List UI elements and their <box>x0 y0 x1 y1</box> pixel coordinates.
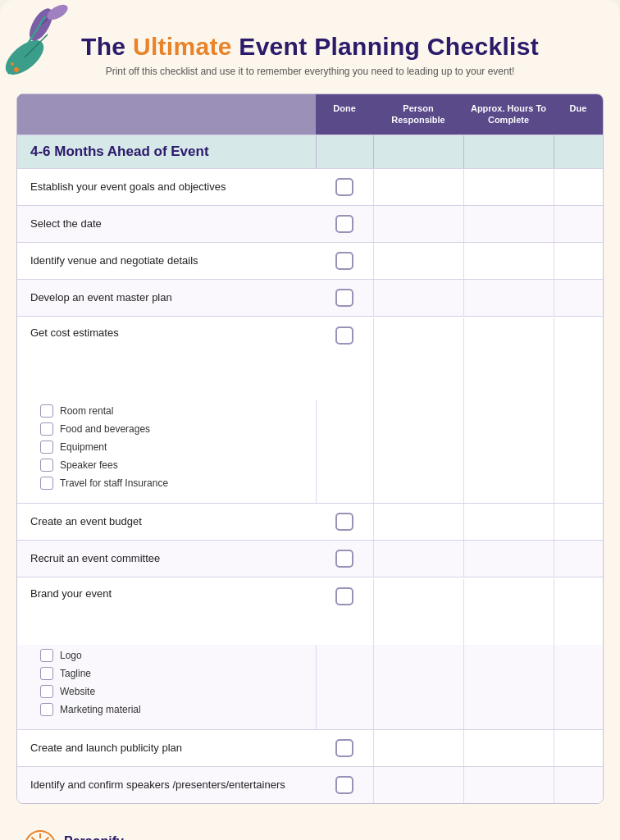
checkbox-9[interactable] <box>335 739 353 757</box>
hours-3 <box>463 243 554 279</box>
hours-2 <box>463 206 554 242</box>
subtask-8-1: Logo <box>17 646 316 664</box>
hours-5 <box>463 318 554 400</box>
person-4 <box>373 280 463 316</box>
footer: Personify WildApricot The Ultimate Event… <box>0 820 620 840</box>
table-row: Create an event budget <box>17 503 603 540</box>
check-8[interactable] <box>316 579 373 614</box>
footer-brand: Personify WildApricot <box>25 830 124 840</box>
hours-8 <box>463 579 554 645</box>
table-row: Get cost estimates <box>17 316 603 400</box>
table-row: Identify and confirm speakers /presenter… <box>17 766 603 803</box>
col-task <box>17 94 316 135</box>
task-4: Develop an event master plan <box>17 283 316 312</box>
subtask-group-8: Logo Tagline Website Marketing material <box>17 645 603 729</box>
checkbox-4[interactable] <box>335 289 353 307</box>
checkbox-7[interactable] <box>335 550 353 568</box>
subtask-8-2: Tagline <box>17 664 316 682</box>
hours-4 <box>463 280 554 316</box>
section-col-due <box>554 135 603 168</box>
subtask-5-2: Food and beverages <box>17 420 316 438</box>
table-row: Establish your event goals and objective… <box>17 168 603 205</box>
section-header-row: 4-6 Months Ahead of Event <box>17 135 603 168</box>
subtask-5-4: Speaker fees <box>17 456 316 474</box>
person-10 <box>373 767 463 803</box>
due-5 <box>554 318 603 400</box>
sub-checkbox-5-4[interactable] <box>40 459 53 472</box>
task-5: Get cost estimates <box>17 318 316 342</box>
check-9[interactable] <box>316 731 373 765</box>
person-8 <box>373 579 463 645</box>
task-10: Identify and confirm speakers /presenter… <box>17 770 316 799</box>
sub-checkbox-5-3[interactable] <box>40 441 53 454</box>
checkbox-6[interactable] <box>335 513 353 531</box>
svg-line-15 <box>45 837 48 840</box>
col-done: Done <box>316 94 373 135</box>
brand-logo-icon <box>25 830 56 840</box>
checkbox-5[interactable] <box>335 326 353 345</box>
subtask-group-5: Room rental Food and beverages Equipment… <box>17 400 603 503</box>
person-9 <box>373 730 463 766</box>
task-2: Select the date <box>17 209 316 238</box>
task-8: Brand your event <box>17 579 316 603</box>
brand-name: Personify <box>64 834 124 840</box>
sub-checkbox-8-3[interactable] <box>40 685 53 698</box>
checkbox-8[interactable] <box>335 587 353 605</box>
checkbox-1[interactable] <box>335 178 353 196</box>
checkbox-2[interactable] <box>335 215 353 233</box>
due-4 <box>554 280 603 316</box>
decorative-leaves <box>0 0 90 90</box>
section-label: 4-6 Months Ahead of Event <box>17 135 316 168</box>
checkbox-3[interactable] <box>335 252 353 270</box>
svg-point-5 <box>14 67 19 72</box>
checkbox-10[interactable] <box>335 776 353 794</box>
person-2 <box>373 206 463 242</box>
check-4[interactable] <box>316 281 373 315</box>
check-3[interactable] <box>316 244 373 278</box>
sub-checkbox-5-2[interactable] <box>40 422 53 436</box>
subtask-5-1: Room rental <box>17 402 316 420</box>
sub-checkbox-8-2[interactable] <box>40 667 53 680</box>
svg-line-13 <box>32 837 35 840</box>
task-7: Recruit an event committee <box>17 544 316 573</box>
check-1[interactable] <box>316 170 373 204</box>
task-9: Create and launch publicity plan <box>17 733 316 762</box>
section-col-done <box>316 135 373 168</box>
col-due: Due <box>554 94 603 135</box>
due-9 <box>554 730 603 766</box>
page-title: The Ultimate Event Planning Checklist <box>33 33 587 61</box>
person-5 <box>373 318 463 400</box>
sub-checkbox-5-1[interactable] <box>40 404 53 418</box>
sub-checkbox-8-1[interactable] <box>40 649 53 662</box>
hours-7 <box>463 541 554 577</box>
person-1 <box>373 169 463 205</box>
col-person: Person Responsible <box>373 94 463 135</box>
check-2[interactable] <box>316 207 373 241</box>
table-row: Create and launch publicity plan <box>17 729 603 766</box>
due-3 <box>554 243 603 279</box>
hours-1 <box>463 169 554 205</box>
table-header: Done Person Responsible Approx. Hours To… <box>17 94 603 135</box>
check-7[interactable] <box>316 541 373 576</box>
hours-10 <box>463 767 554 803</box>
due-6 <box>554 504 603 540</box>
due-8 <box>554 579 603 645</box>
sub-checkbox-5-5[interactable] <box>40 477 53 490</box>
person-3 <box>373 243 463 279</box>
table-row: Recruit an event committee <box>17 540 603 577</box>
table-row: Brand your event <box>17 577 603 645</box>
person-6 <box>373 504 463 540</box>
check-10[interactable] <box>316 768 373 802</box>
table-row: Develop an event master plan <box>17 279 603 316</box>
page-subtitle: Print off this checklist and use it to r… <box>33 66 587 77</box>
section-col-person <box>373 135 463 168</box>
due-2 <box>554 206 603 242</box>
subtask-5-5: Travel for staff Insurance <box>17 474 316 496</box>
check-6[interactable] <box>316 504 373 539</box>
sub-checkbox-8-4[interactable] <box>40 703 53 716</box>
svg-point-6 <box>11 62 14 66</box>
check-5[interactable] <box>316 318 373 353</box>
due-1 <box>554 169 603 205</box>
table-row: Select the date <box>17 205 603 242</box>
hours-6 <box>463 504 554 540</box>
